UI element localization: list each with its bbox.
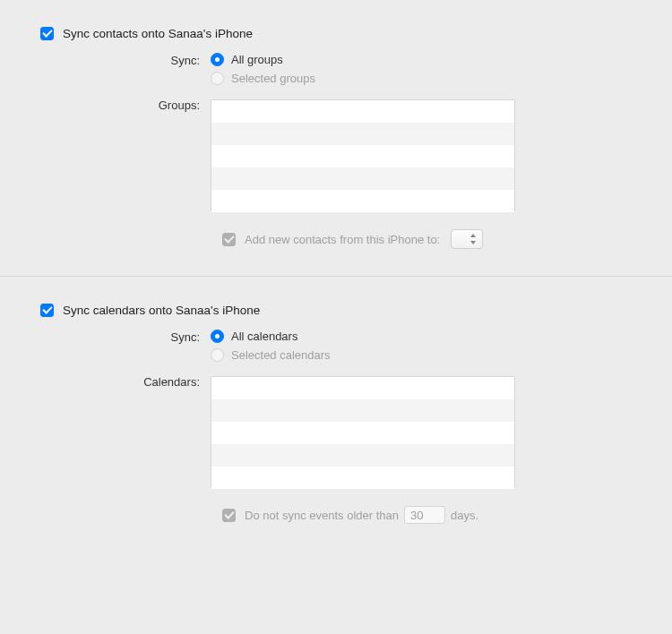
calendars-sync-row-label: Sync: bbox=[85, 330, 211, 362]
contacts-sync-row-label: Sync: bbox=[85, 53, 211, 85]
do-not-sync-suffix: days. bbox=[451, 509, 478, 522]
calendars-selected-radio[interactable] bbox=[211, 348, 224, 362]
events-age-input[interactable]: 30 bbox=[404, 506, 445, 524]
contacts-groups-list[interactable] bbox=[211, 99, 515, 211]
section-divider bbox=[0, 276, 672, 277]
add-new-contacts-label: Add new contacts from this iPhone to: bbox=[245, 233, 440, 246]
sync-contacts-label: Sync contacts onto Sanaa's iPhone bbox=[63, 27, 253, 40]
add-new-contacts-select[interactable] bbox=[451, 229, 483, 249]
calendars-section: Sync calendars onto Sanaa's iPhone Sync:… bbox=[36, 304, 636, 551]
calendars-row-label: Calendars: bbox=[85, 374, 211, 488]
add-new-contacts-checkbox[interactable] bbox=[222, 233, 236, 246]
contacts-groups-row-label: Groups: bbox=[85, 98, 211, 211]
sync-contacts-checkbox[interactable] bbox=[40, 27, 54, 40]
contacts-section: Sync contacts onto Sanaa's iPhone Sync: … bbox=[36, 27, 636, 276]
calendars-all-radio[interactable] bbox=[211, 330, 224, 343]
contacts-all-groups-radio[interactable] bbox=[211, 53, 224, 66]
calendars-list[interactable] bbox=[211, 376, 515, 488]
do-not-sync-prefix: Do not sync events older than bbox=[245, 509, 399, 522]
contacts-selected-groups-label: Selected groups bbox=[231, 72, 315, 85]
calendars-all-label: All calendars bbox=[231, 330, 297, 343]
sync-calendars-checkbox[interactable] bbox=[40, 304, 54, 317]
calendars-selected-label: Selected calendars bbox=[231, 348, 331, 362]
sync-calendars-label: Sync calendars onto Sanaa's iPhone bbox=[63, 304, 260, 317]
contacts-selected-groups-radio[interactable] bbox=[211, 72, 224, 85]
do-not-sync-old-events-checkbox[interactable] bbox=[222, 509, 236, 522]
contacts-all-groups-label: All groups bbox=[231, 53, 283, 66]
